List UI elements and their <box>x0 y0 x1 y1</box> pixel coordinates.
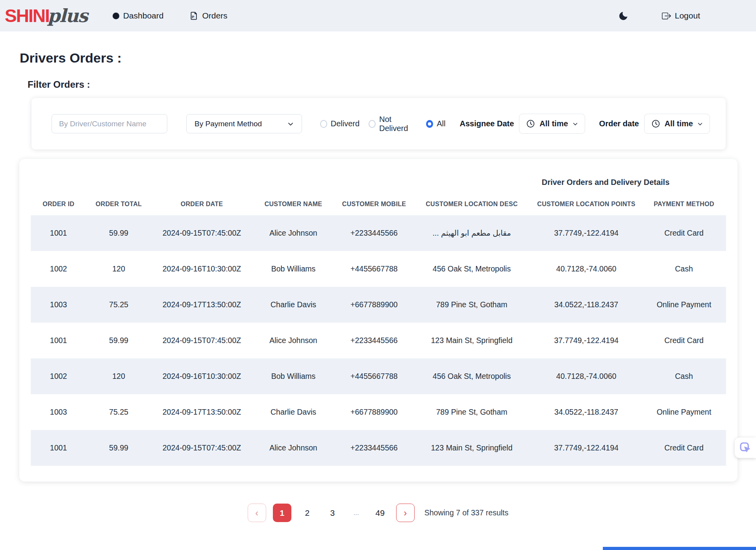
radio-not-deliverd[interactable] <box>369 120 376 128</box>
driver-customer-name-input[interactable] <box>52 114 167 133</box>
customer-mobile-cell: +2233445566 <box>334 323 414 358</box>
customer-mobile-cell: +6677889900 <box>334 287 414 323</box>
filter-section-title: Filter Orders : <box>28 79 756 90</box>
chevron-down-icon <box>697 121 703 127</box>
page-button-2[interactable]: 2 <box>298 504 317 522</box>
order-id-cell: 1002 <box>31 358 86 394</box>
payment-method-cell: Cash <box>643 358 725 394</box>
payment-method-cell: Cash <box>643 251 725 287</box>
customer-name-cell: Bob Williams <box>252 251 334 287</box>
floating-extension-widget[interactable] <box>735 437 756 458</box>
payment-method-cell: Credit Card <box>643 430 725 466</box>
customer-location-desc-cell: 123 Main St, Springfield <box>414 430 530 466</box>
payment-method-cell: Online Payment <box>643 287 725 323</box>
orders-table: Driver Orders and Delivery Details ORDER… <box>31 162 726 466</box>
column-header-order-date: ORDER DATE <box>151 193 252 215</box>
nav-item-dashboard[interactable]: Dashboard <box>113 11 164 20</box>
chevron-down-icon <box>287 121 294 127</box>
page-button-49[interactable]: 49 <box>371 504 389 522</box>
radio-deliverd[interactable] <box>320 120 327 128</box>
customer-location-desc-cell: 456 Oak St, Metropolis <box>414 251 530 287</box>
order-total-cell: 120 <box>86 251 151 287</box>
filler-cell <box>725 251 726 287</box>
page-button-1[interactable]: 1 <box>273 504 291 522</box>
payment-method-selected-value: By Payment Method <box>195 120 262 128</box>
column-header-customer-name: CUSTOMER NAME <box>252 193 334 215</box>
customer-location-desc-cell: 123 Main St, Springfield <box>414 323 530 358</box>
order-date-cell: 2024-09-17T13:50:00Z <box>151 394 252 430</box>
customer-mobile-cell: +6677889900 <box>334 394 414 430</box>
assignee-date-value: All time <box>539 119 568 128</box>
order-total-cell: 59.99 <box>86 430 151 466</box>
page-title: Drivers Orders : <box>20 50 756 66</box>
radio-all-label[interactable]: All <box>437 119 445 128</box>
order-id-cell: 1003 <box>31 287 86 323</box>
column-header-payment-method: PAYMENT METHOD <box>643 193 725 215</box>
clock-icon <box>651 119 660 128</box>
order-id-cell: 1001 <box>31 215 86 251</box>
logo-text-secondary: plus <box>48 5 87 26</box>
payment-method-cell: Online Payment <box>643 394 725 430</box>
table-row: 100159.992024-09-15T07:45:00ZAlice Johns… <box>31 323 726 358</box>
order-id-cell: 1002 <box>31 251 86 287</box>
radio-not-deliverd-label[interactable]: Not Deliverd <box>379 115 417 133</box>
assignee-date-dropdown[interactable]: All time <box>519 114 585 134</box>
table-row: 10021202024-09-16T10:30:00ZBob Williams+… <box>31 251 726 287</box>
customer-location-desc-cell: 789 Pine St, Gotham <box>414 394 530 430</box>
customer-location-desc-cell: 456 Oak St, Metropolis <box>414 358 530 394</box>
filler-cell <box>725 215 726 251</box>
nav-item-label: Dashboard <box>123 11 164 20</box>
filler-cell <box>725 358 726 394</box>
table-horizontal-scroll[interactable]: Driver Orders and Delivery Details ORDER… <box>31 162 726 466</box>
customer-name-cell: Charlie Davis <box>252 394 334 430</box>
table-row: 10021202024-09-16T10:30:00ZBob Williams+… <box>31 358 726 394</box>
table-caption: Driver Orders and Delivery Details <box>31 162 726 193</box>
payment-method-cell: Credit Card <box>643 215 725 251</box>
filler-cell <box>725 430 726 466</box>
customer-location-points-cell: 37.7749,-122.4194 <box>530 323 643 358</box>
radio-deliverd-label[interactable]: Deliverd <box>331 119 359 128</box>
nav-item-orders[interactable]: P Orders <box>189 11 227 20</box>
customer-location-desc-cell: 789 Pine St, Gotham <box>414 287 530 323</box>
column-header-order-id: ORDER ID <box>31 193 86 215</box>
order-date-cell: 2024-09-15T07:45:00Z <box>151 430 252 466</box>
customer-mobile-cell: +4455667788 <box>334 251 414 287</box>
navbar: SHINIplus Dashboard P Orders Logout <box>0 0 756 31</box>
table-row: 100375.252024-09-17T13:50:00ZCharlie Dav… <box>31 394 726 430</box>
order-date-dropdown[interactable]: All time <box>644 114 710 134</box>
order-date-cell: 2024-09-15T07:45:00Z <box>151 323 252 358</box>
customer-location-points-cell: 40.7128,-74.0060 <box>530 251 643 287</box>
logo-text-primary: SHINI <box>5 5 49 26</box>
customer-mobile-cell: +2233445566 <box>334 215 414 251</box>
payment-method-select[interactable]: By Payment Method <box>186 114 302 133</box>
page-button-3[interactable]: 3 <box>323 504 342 522</box>
order-total-cell: 120 <box>86 358 151 394</box>
pagination-ellipsis: ... <box>348 509 364 517</box>
next-page-button[interactable]: › <box>396 504 415 522</box>
previous-page-button[interactable]: ‹ <box>248 504 266 522</box>
table-row: 100159.992024-09-15T07:45:00ZAlice Johns… <box>31 430 726 466</box>
results-summary: Showing 7 of 337 results <box>424 508 509 517</box>
column-header-order-total: ORDER TOTAL <box>86 193 151 215</box>
order-date-cell: 2024-09-17T13:50:00Z <box>151 287 252 323</box>
customer-location-points-cell: 40.7128,-74.0060 <box>530 358 643 394</box>
nav-item-label: Orders <box>202 11 227 20</box>
customer-location-points-cell: 34.0522,-118.2437 <box>530 287 643 323</box>
customer-location-points-cell: 37.7749,-122.4194 <box>530 430 643 466</box>
column-header-customer-location-points: CUSTOMER LOCATION POINTS <box>530 193 643 215</box>
filler-cell <box>725 323 726 358</box>
radio-all[interactable] <box>426 120 433 128</box>
logout-button[interactable]: Logout <box>662 11 700 20</box>
moon-icon <box>618 11 629 21</box>
dark-mode-toggle[interactable] <box>618 11 629 21</box>
customer-location-points-cell: 34.0522,-118.2437 <box>530 394 643 430</box>
order-total-cell: 75.25 <box>86 287 151 323</box>
order-total-cell: 59.99 <box>86 215 151 251</box>
order-total-cell: 59.99 <box>86 323 151 358</box>
customer-name-cell: Alice Johnson <box>252 215 334 251</box>
orders-file-icon: P <box>189 11 198 20</box>
app-logo[interactable]: SHINIplus <box>5 5 87 26</box>
clock-icon <box>526 119 535 128</box>
pagination: ‹ 123...49 › Showing 7 of 337 results <box>0 504 756 522</box>
table-row: 100375.252024-09-17T13:50:00ZCharlie Dav… <box>31 287 726 323</box>
